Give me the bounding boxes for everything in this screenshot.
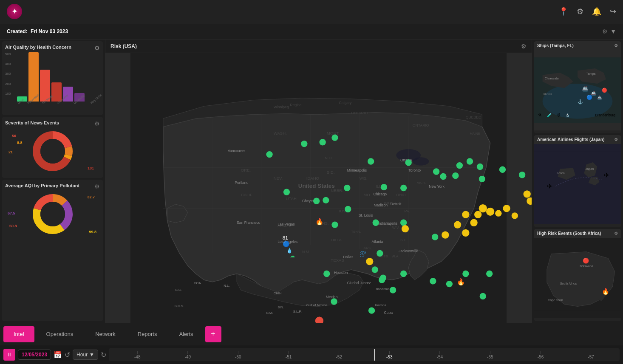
flights-header: American Airlines Flights (Japan) ⚙ (534, 135, 621, 144)
svg-text:Cape Town: Cape Town (548, 298, 563, 302)
svg-text:S.C.: S.C. (400, 238, 408, 242)
tab-network[interactable]: Network (85, 326, 126, 342)
ships-gear-icon[interactable]: ⚙ (614, 43, 618, 48)
svg-point-142 (454, 221, 461, 228)
svg-point-144 (462, 229, 469, 237)
aqi-donut: 32.7 67.5 99.8 50.8 (5, 191, 100, 237)
top-bar: ✦ 📍 ⚙ 🔔 ↪ (0, 0, 623, 23)
svg-text:WIS.: WIS. (360, 176, 368, 181)
tick-57: -57 (588, 350, 594, 359)
svg-text:ONTARIO: ONTARIO (351, 111, 368, 115)
svg-text:SIN.: SIN. (278, 305, 284, 309)
svg-text:WASH.: WASH. (274, 131, 287, 135)
tab-operations[interactable]: Operations (36, 326, 84, 342)
tick-48: -48 (134, 350, 140, 359)
svg-text:TENN.: TENN. (351, 230, 361, 234)
svg-text:OKLA.: OKLA. (331, 237, 343, 242)
timeline-interval-selector[interactable]: Hour ▼ (73, 350, 98, 360)
svg-point-9 (40, 202, 65, 226)
main-layout: Air Quality by Health Concern ⚙ 500 400 … (0, 40, 623, 323)
svg-text:Ciudad Juarez: Ciudad Juarez (347, 281, 371, 285)
flights-gear-icon[interactable]: ⚙ (614, 137, 618, 142)
svg-text:🔥: 🔥 (457, 278, 465, 286)
svg-text:Atlanta: Atlanta (372, 240, 383, 244)
severity-label-21: 21 (8, 150, 13, 154)
chevron-down-icon: ▼ (89, 352, 94, 358)
timeline-track[interactable]: -48 -49 -50 -51 -52 -53 -54 -55 -56 -57 (109, 348, 620, 361)
svg-text:Houston: Houston (334, 271, 348, 275)
svg-point-130 (368, 307, 375, 313)
reset-icon[interactable]: ↺ (65, 351, 70, 359)
sub-bar-controls: ⚙ ▼ (602, 28, 616, 35)
svg-text:OHIO: OHIO (396, 193, 405, 197)
chevron-down-icon[interactable]: ▼ (610, 28, 616, 35)
timeline-ticks: -48 -49 -50 -51 -52 -53 -54 -55 -56 -57 (109, 350, 620, 359)
svg-point-102 (433, 168, 439, 175)
svg-text:PA.: PA. (405, 209, 410, 213)
svg-text:San Francisco: San Francisco (237, 220, 260, 225)
ships-map[interactable]: Clearwater Tampa St.Pete 🚢 🚢 🚢 🔵 ⚓ 🔴 ⚗ 🧪… (534, 50, 621, 130)
svg-text:☁: ☁ (290, 253, 295, 258)
highrisk-gear-icon[interactable]: ⚙ (614, 231, 618, 236)
highrisk-map[interactable]: Botswana South Africa Cape Town 🔥 🔴 (534, 238, 621, 318)
svg-point-132 (479, 204, 487, 212)
svg-point-112 (323, 197, 329, 203)
aq-x-labels: Good Hazardous Moderate Unhealthy Unheal… (17, 102, 100, 105)
tick-55: -55 (487, 350, 493, 359)
tab-add-button[interactable]: + (205, 326, 221, 342)
svg-point-107 (381, 184, 387, 190)
bottom-tabs: Intel Operations Network Reports Alerts … (0, 323, 623, 345)
filter-icon[interactable]: ⚙ (602, 28, 608, 35)
y-axis: 500 400 300 200 100 (5, 52, 11, 102)
air-quality-title: Air Quality by Health Concern (5, 45, 100, 50)
svg-text:🔬: 🔬 (565, 113, 570, 118)
svg-point-145 (402, 225, 409, 232)
flights-title: American Airlines Flights (Japan) (537, 137, 605, 142)
ships-title: Ships (Tampa, FL) (537, 43, 574, 48)
svg-point-137 (495, 210, 501, 216)
svg-text:St.Pete: St.Pete (544, 92, 552, 95)
svg-text:Minneapolis: Minneapolis (347, 168, 367, 172)
tab-intel[interactable]: Intel (3, 326, 34, 342)
svg-text:UTAH: UTAH (286, 196, 297, 201)
map-title: Risk (USA) (110, 43, 137, 49)
svg-text:Japan: Japan (586, 167, 594, 171)
center-map: Risk (USA) ⚙ (105, 40, 532, 323)
svg-text:Korea: Korea (557, 171, 565, 175)
aqi-label-32: 32.7 (87, 195, 95, 199)
air-quality-gear-icon[interactable]: ⚙ (94, 45, 100, 51)
svg-text:MICH.: MICH. (416, 181, 426, 185)
tab-alerts[interactable]: Alerts (169, 326, 203, 342)
flights-map[interactable]: Korea Japan ✈ ✈ (534, 144, 621, 224)
header-icons: 📍 ⚙ 🔔 ↪ (559, 7, 616, 16)
ships-svg: Clearwater Tampa St.Pete 🚢 🚢 🚢 🔵 ⚓ 🔴 ⚗ 🧪… (534, 50, 621, 130)
svg-point-118 (432, 234, 438, 240)
svg-text:⛈: ⛈ (360, 251, 366, 258)
map-container[interactable]: United States MONT. WASH. ORE. CALIF. NE… (105, 53, 532, 323)
svg-text:🔥: 🔥 (602, 288, 609, 295)
refresh-icon[interactable]: ↻ (101, 351, 106, 359)
calendar-icon[interactable]: 📅 (54, 351, 62, 359)
notifications-icon[interactable]: 🔔 (592, 7, 601, 16)
timeline-date[interactable]: 12/05/2023 (18, 350, 51, 360)
svg-point-92 (266, 151, 272, 158)
tick-54: -54 (437, 350, 443, 359)
settings-icon[interactable]: ⚙ (577, 7, 583, 16)
svg-point-12 (413, 157, 429, 165)
svg-text:Dallas: Dallas (343, 255, 354, 259)
map-svg: United States MONT. WASH. ORE. CALIF. NE… (105, 53, 532, 323)
svg-point-94 (331, 134, 338, 141)
right-panel: Ships (Tampa, FL) ⚙ Clearwater Tampa St.… (532, 40, 623, 323)
aqi-gear-icon[interactable]: ⚙ (94, 183, 100, 190)
map-gear-icon[interactable]: ⚙ (521, 43, 527, 50)
timeline-play-button[interactable]: ⏸ (3, 349, 15, 361)
svg-point-141 (470, 219, 477, 226)
severity-gear-icon[interactable]: ⚙ (94, 120, 100, 127)
timeline-bar: ⏸ 12/05/2023 📅 ↺ Hour ▼ ↻ -48 -49 -50 -5… (0, 345, 623, 364)
aq-bars (17, 52, 100, 102)
location-icon[interactable]: 📍 (559, 7, 568, 16)
svg-point-4 (40, 139, 65, 164)
severity-label-8: 8.8 (17, 141, 23, 145)
logout-icon[interactable]: ↪ (610, 7, 616, 16)
tab-reports[interactable]: Reports (127, 326, 167, 342)
